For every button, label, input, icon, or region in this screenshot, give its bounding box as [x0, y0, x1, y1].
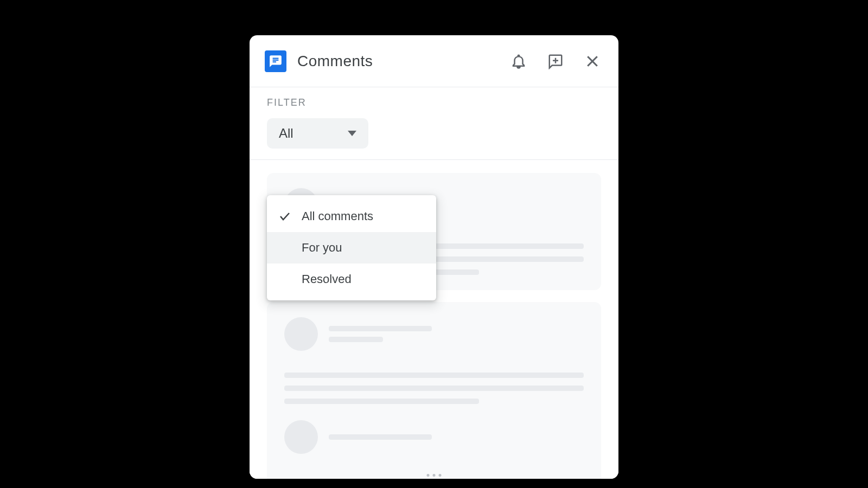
comments-panel: Comments FILTER All All comments [250, 35, 618, 479]
filter-option-resolved[interactable]: Resolved [267, 264, 436, 295]
filter-dropdown-menu: All comments For you Resolved [267, 195, 436, 300]
notifications-button[interactable] [508, 50, 529, 72]
check-icon [278, 209, 292, 223]
author-placeholder [329, 326, 432, 342]
filter-option-label: All comments [302, 209, 373, 223]
author-placeholder [329, 434, 432, 440]
comment-header [284, 420, 584, 454]
filter-label: FILTER [267, 97, 601, 108]
drag-handle-icon[interactable] [427, 474, 442, 477]
close-button[interactable] [582, 50, 603, 72]
comment-card[interactable] [267, 302, 601, 479]
skeleton-line [329, 434, 432, 440]
filter-selected-value: All [279, 126, 293, 141]
skeleton-line [284, 373, 584, 378]
panel-title: Comments [297, 53, 508, 70]
filter-option-all-comments[interactable]: All comments [267, 201, 436, 232]
panel-header: Comments [250, 35, 618, 87]
close-icon [584, 53, 601, 69]
check-slot-empty [278, 241, 292, 255]
skeleton-line [284, 386, 584, 391]
add-comment-button[interactable] [545, 50, 566, 72]
header-actions [508, 50, 603, 72]
caret-down-icon [348, 131, 356, 136]
avatar [284, 420, 318, 454]
check-slot-empty [278, 272, 292, 286]
filter-option-label: Resolved [302, 272, 352, 286]
skeleton-line [329, 326, 432, 331]
filter-option-label: For you [302, 241, 342, 255]
skeleton-line [284, 399, 479, 404]
avatar [284, 317, 318, 351]
comments-icon [265, 50, 286, 72]
filter-section: FILTER All [250, 87, 618, 149]
add-comment-icon [547, 53, 564, 69]
comment-body-placeholder [284, 373, 584, 404]
filter-option-for-you[interactable]: For you [267, 232, 436, 264]
bell-icon [510, 53, 527, 69]
filter-dropdown[interactable]: All [267, 118, 368, 149]
skeleton-line [329, 337, 383, 342]
comment-header [284, 317, 584, 351]
